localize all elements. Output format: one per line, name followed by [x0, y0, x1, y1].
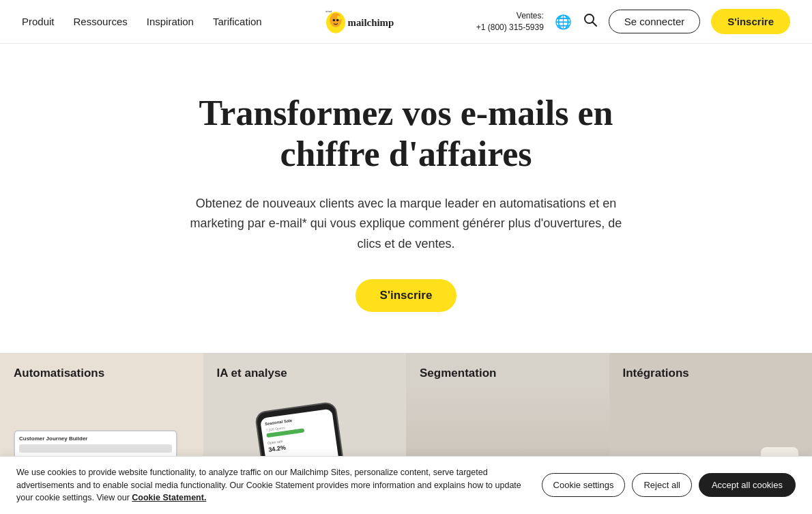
nav-right: Ventes: +1 (800) 315-5939 🌐 Se connecter… [476, 9, 790, 34]
feature-label-segmentation: Segmentation [420, 367, 496, 380]
svg-line-8 [592, 23, 596, 27]
hero-section: Transformez vos e-mails en chiffre d'aff… [0, 44, 812, 353]
language-icon[interactable]: 🌐 [555, 14, 572, 30]
cookie-statement-link[interactable]: Cookie Statement. [132, 493, 206, 502]
cookie-banner: We use cookies to provide website functi… [0, 456, 812, 514]
hero-cta-button[interactable]: S'inscrire [356, 279, 457, 312]
cookie-actions: Cookie settings Reject all Accept all co… [542, 473, 796, 497]
cookie-text: We use cookies to provide website functi… [16, 466, 531, 504]
reject-all-button[interactable]: Reject all [632, 473, 691, 497]
hero-subtitle: Obtenez de nouveaux clients avec la marq… [188, 194, 624, 255]
hero-title: Transformez vos e-mails en chiffre d'aff… [167, 93, 645, 175]
cookie-settings-button[interactable]: Cookie settings [542, 473, 626, 497]
accept-all-button[interactable]: Accept all cookies [699, 473, 796, 497]
nav-item-produit[interactable]: Produit [22, 16, 55, 27]
feature-label-integrations: Intégrations [623, 367, 689, 380]
nav-item-tarification[interactable]: Tarification [213, 16, 262, 27]
nav-item-ressources[interactable]: Ressources [74, 16, 128, 27]
nav-left: Produit Ressources Inspiration Tarificat… [22, 16, 262, 27]
svg-text:intuit: intuit [325, 10, 332, 13]
ventes-info: Ventes: +1 (800) 315-5939 [476, 10, 544, 33]
feature-label-automatisations: Automatisations [14, 367, 104, 380]
svg-point-1 [330, 12, 342, 27]
svg-point-2 [332, 18, 335, 21]
svg-text:mailchimp: mailchimp [347, 17, 394, 28]
nav-item-inspiration[interactable]: Inspiration [147, 16, 194, 27]
mailchimp-logo-svg: intuit mailchimp [321, 7, 417, 37]
login-button[interactable]: Se connecter [609, 10, 700, 33]
svg-point-3 [336, 18, 339, 21]
search-icon[interactable] [583, 12, 598, 31]
logo[interactable]: intuit mailchimp [321, 7, 417, 37]
feature-label-ia-analyse: IA et analyse [217, 367, 287, 380]
navbar: Produit Ressources Inspiration Tarificat… [0, 0, 812, 44]
ventes-phone: +1 (800) 315-5939 [476, 22, 544, 33]
ventes-label: Ventes: [476, 10, 544, 22]
cookie-text-content: We use cookies to provide website functi… [16, 468, 521, 503]
signup-button-nav[interactable]: S'inscrire [711, 9, 790, 34]
